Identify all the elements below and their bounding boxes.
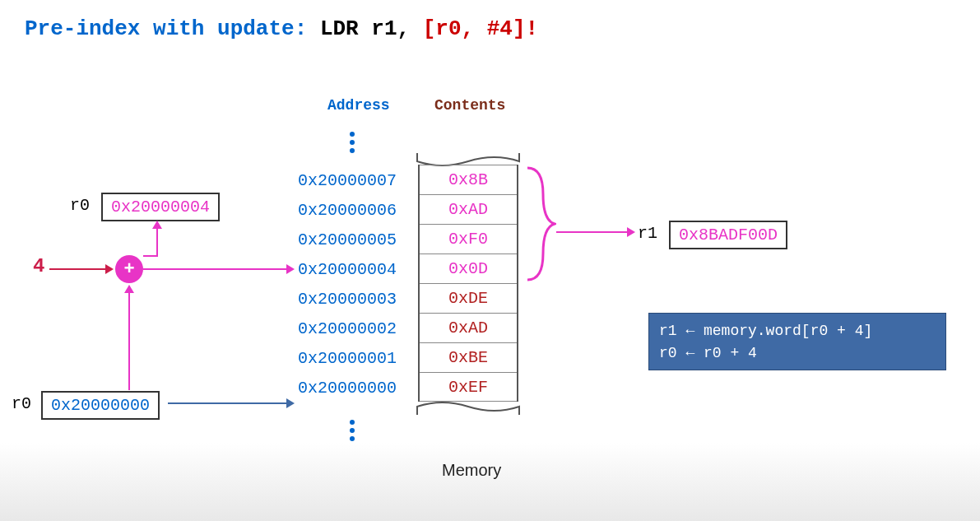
memory-torn-bottom xyxy=(416,400,520,416)
memory-value: 0xAD xyxy=(448,319,488,337)
pseudocode-box: r1 ← memory.word[r0 + 4] r0 ← r0 + 4 xyxy=(648,313,946,370)
memory-row: 0xEF xyxy=(420,372,517,402)
arrow-adder-to-r0updated-h xyxy=(143,255,158,257)
memory-value: 0xF0 xyxy=(448,230,488,249)
pseudocode-line: r0 ← r0 + 4 xyxy=(659,342,936,365)
column-header-contents: Contents xyxy=(434,97,505,114)
register-r1-label: r1 xyxy=(638,224,657,243)
arrow-head-icon xyxy=(152,221,162,229)
arrow-r0-to-base-address xyxy=(168,402,288,404)
register-r0-initial: 0x20000000 xyxy=(41,391,160,420)
memory-row: 0x0D xyxy=(420,254,517,283)
memory-address: 0x20000004 xyxy=(298,260,397,279)
arrow-word-to-r1 xyxy=(556,231,629,233)
memory-row: 0xBE xyxy=(420,342,517,372)
title-operand: [r0, #4]! xyxy=(423,16,538,41)
ellipsis-bottom xyxy=(350,420,355,441)
register-r1: 0x8BADF00D xyxy=(669,221,787,249)
arrow-head-icon xyxy=(286,398,295,408)
memory-address: 0x20000002 xyxy=(298,319,397,338)
register-r0-initial-label: r0 xyxy=(12,394,31,413)
memory-value: 0xDE xyxy=(448,289,488,308)
memory-row: 0xAD xyxy=(420,194,517,224)
arrow-r0-to-adder xyxy=(128,293,130,390)
register-r0-updated-label: r0 xyxy=(70,196,90,215)
memory-row: 0xDE xyxy=(420,283,517,313)
memory-caption: Memory xyxy=(442,461,501,480)
diagram-title: Pre-index with update: LDR r1, [r0, #4]! xyxy=(25,16,538,41)
memory-row: 0xF0 xyxy=(420,224,517,254)
column-header-address: Address xyxy=(327,97,390,114)
memory-address: 0x20000005 xyxy=(298,230,397,249)
arrow-head-icon xyxy=(286,264,295,274)
adder-icon: + xyxy=(115,255,143,283)
memory-address: 0x20000000 xyxy=(298,379,397,398)
memory-row: 0x8B xyxy=(420,165,517,194)
memory-value: 0xBE xyxy=(448,348,488,367)
memory-value: 0xAD xyxy=(448,200,488,219)
memory-address: 0x20000006 xyxy=(298,201,397,220)
memory-value: 0xEF xyxy=(448,378,488,397)
pseudocode-line: r1 ← memory.word[r0 + 4] xyxy=(659,320,936,342)
arrow-head-icon xyxy=(627,227,635,237)
memory-table: 0x8B 0xAD 0xF0 0x0D 0xDE 0xAD 0xBE 0xEF xyxy=(418,165,518,402)
memory-row: 0xAD xyxy=(420,313,517,342)
register-r0-updated: 0x20000004 xyxy=(101,193,220,221)
arrow-adder-to-address xyxy=(143,268,288,270)
offset-constant: 4 xyxy=(33,255,44,277)
arrow-head-icon xyxy=(105,264,114,274)
memory-value: 0x0D xyxy=(448,259,488,278)
title-mnemonic: LDR r1, xyxy=(320,16,423,41)
brace-icon xyxy=(523,165,556,283)
arrow-adder-to-r0updated xyxy=(156,229,158,255)
memory-address: 0x20000003 xyxy=(298,290,397,309)
ellipsis-top xyxy=(350,132,355,153)
title-prefix: Pre-index with update: xyxy=(25,16,307,41)
memory-value: 0x8B xyxy=(448,170,488,189)
arrow-offset-to-adder xyxy=(49,268,107,270)
memory-address: 0x20000007 xyxy=(298,171,397,190)
arrow-head-icon xyxy=(124,285,134,293)
memory-address: 0x20000001 xyxy=(298,349,397,368)
